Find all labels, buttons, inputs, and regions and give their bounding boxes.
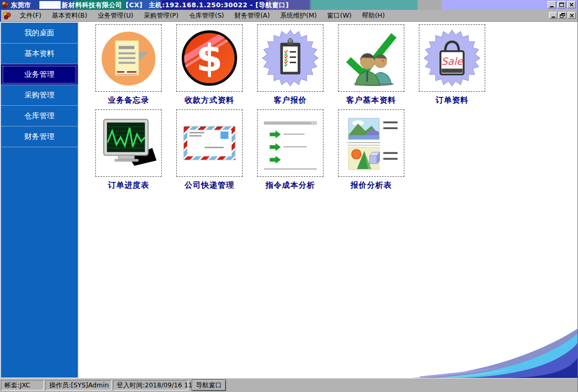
menu-item-window[interactable]: 窗口(W)	[322, 10, 357, 21]
menu-item-help[interactable]: 帮助(H)	[357, 10, 390, 21]
customer-info-tile[interactable]: 客户基本资料	[331, 24, 412, 106]
mdi-restore-button[interactable]	[558, 12, 567, 19]
app-icon	[3, 11, 11, 20]
tile-label: 报价分析表	[331, 180, 412, 191]
sidebar-item-purchase-mgmt[interactable]: 采购管理	[1, 85, 78, 106]
menu-item-basic-data[interactable]: 基本资料(B)	[47, 10, 92, 21]
menu-bar: 文件(F) 基本资料(B) 业务管理(U) 采购管理(P) 仓库管理(S) 财务…	[0, 10, 577, 22]
company-name-prefix: 东莞市	[11, 1, 31, 10]
main-panel: 业务备忘录	[79, 22, 577, 378]
menu-item-file[interactable]: 文件(F)	[15, 10, 47, 21]
dollar-coin-icon: $	[180, 29, 238, 87]
app-window: 东莞市 新材料科技有限公司【CX】 主机:192.168.1.250:30022…	[0, 0, 578, 392]
sidebar-nav: 我的桌面 基本资料 业务管理 采购管理 仓库管理 财务管理	[0, 22, 79, 378]
payment-method-tile[interactable]: $ 收款方式资料	[169, 24, 250, 106]
title-bar: 东莞市 新材料科技有限公司【CX】 主机:192.168.1.250:30022…	[0, 0, 577, 10]
status-bar: 帐套:JXC 操作员:[SYS]Admin 登入时间:2018/09/16 11…	[0, 378, 577, 392]
tile-label: 订单进度表	[88, 180, 169, 191]
app-icon	[2, 1, 9, 9]
airmail-envelope-icon	[180, 114, 238, 172]
sidebar-item-basic-data[interactable]: 基本资料	[1, 44, 78, 64]
tile-label: 收款方式资料	[169, 95, 250, 106]
nav-window-button[interactable]: 导航窗口	[192, 380, 226, 391]
maximize-button[interactable]	[557, 1, 566, 8]
sidebar-item-warehouse-mgmt[interactable]: 仓库管理	[1, 106, 78, 127]
customer-quote-tile[interactable]: 客户报价	[250, 24, 331, 106]
tile-label: 客户报价	[250, 95, 331, 106]
tile-label: 客户基本资料	[331, 95, 412, 106]
quote-analysis-tile[interactable]: 报价分析表	[331, 109, 412, 191]
redacted-block	[39, 1, 61, 9]
svg-text:$: $	[196, 36, 222, 80]
operator-panel: 操作员:[SYS]Admin	[46, 380, 111, 390]
minimize-icon	[550, 6, 554, 7]
order-info-tile[interactable]: Sale 订单资料	[412, 24, 492, 106]
monitor-chart-icon	[100, 114, 158, 172]
account-panel: 帐套:JXC	[1, 380, 44, 390]
business-memo-tile[interactable]: 业务备忘录	[88, 24, 169, 106]
minimize-button[interactable]	[547, 1, 556, 8]
order-progress-tile[interactable]: 订单进度表	[88, 109, 169, 191]
content-area: 我的桌面 基本资料 业务管理 采购管理 仓库管理 财务管理	[0, 22, 577, 378]
sale-badge: Sale	[441, 55, 463, 67]
close-button[interactable]: ×	[567, 1, 576, 8]
tile-label: 订单资料	[412, 95, 492, 106]
arrow-list-icon	[261, 114, 319, 172]
tile-label: 业务备忘录	[88, 95, 169, 106]
people-check-icon	[342, 29, 400, 87]
menu-item-system-maintain[interactable]: 系统维护(M)	[275, 10, 322, 21]
restore-icon	[560, 13, 565, 18]
sidebar-item-business-mgmt[interactable]: 业务管理	[1, 64, 78, 85]
maximize-icon	[559, 3, 564, 7]
minimize-icon	[552, 17, 555, 18]
swoosh-decoration	[334, 329, 577, 378]
menu-item-finance-mgmt[interactable]: 财务管理(A)	[229, 10, 275, 21]
image-report-icon	[342, 114, 400, 172]
tile-grid: 业务备忘录	[88, 24, 492, 194]
menu-item-purchase-mgmt[interactable]: 采购管理(P)	[138, 10, 184, 21]
tile-label: 指令成本分析	[250, 180, 331, 191]
sale-bag-star-icon: Sale	[423, 29, 481, 87]
sidebar-item-finance-mgmt[interactable]: 财务管理	[1, 127, 78, 147]
menu-item-warehouse-mgmt[interactable]: 仓库管理(S)	[184, 10, 230, 21]
tile-label: 公司快递管理	[169, 180, 250, 191]
command-cost-analysis-tile[interactable]: 指令成本分析	[250, 109, 331, 191]
express-management-tile[interactable]: 公司快递管理	[169, 109, 250, 191]
memo-icon	[100, 29, 158, 87]
window-title: 新材料科技有限公司【CX】 主机:192.168.1.250:30022 - […	[62, 1, 289, 10]
close-icon: ×	[569, 12, 574, 19]
sidebar-item-my-desktop[interactable]: 我的桌面	[1, 23, 78, 44]
login-time-panel: 登入时间:2018/09/16 11:27	[113, 380, 188, 390]
menu-item-business-mgmt[interactable]: 业务管理(U)	[92, 10, 138, 21]
clipboard-star-icon	[261, 29, 319, 87]
mdi-minimize-button[interactable]	[549, 12, 557, 19]
close-icon: ×	[569, 2, 574, 8]
mdi-close-button[interactable]: ×	[568, 12, 576, 19]
